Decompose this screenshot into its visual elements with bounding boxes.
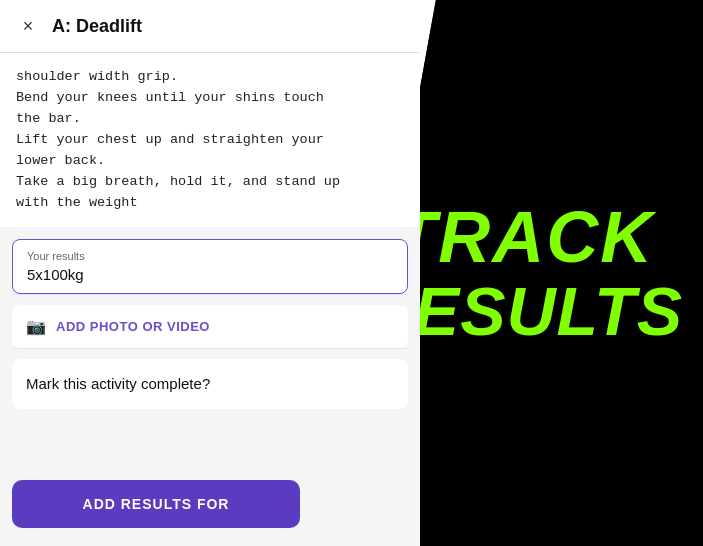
camera-icon: 📷 bbox=[26, 317, 46, 336]
results-label: Your results bbox=[27, 250, 393, 262]
mark-complete-section: Mark this activity complete? bbox=[12, 359, 408, 409]
divider-1 bbox=[12, 294, 408, 295]
divider-2 bbox=[12, 348, 408, 349]
instructions-content: shoulder width grip. Bend your knees unt… bbox=[16, 69, 340, 210]
add-results-button[interactable]: ADD RESULTS FOR bbox=[12, 480, 300, 528]
instructions-text: shoulder width grip. Bend your knees unt… bbox=[0, 53, 420, 227]
close-button[interactable]: × bbox=[16, 14, 40, 38]
add-photo-label: ADD PHOTO OR VIDEO bbox=[56, 319, 210, 334]
mark-complete-text: Mark this activity complete? bbox=[26, 375, 210, 392]
header: × A: Deadlift bbox=[0, 0, 420, 53]
phone-ui: × A: Deadlift shoulder width grip. Bend … bbox=[0, 0, 420, 546]
results-value: 5x100kg bbox=[27, 266, 393, 283]
header-title: A: Deadlift bbox=[52, 16, 142, 37]
results-input-section[interactable]: Your results 5x100kg bbox=[12, 239, 408, 294]
add-photo-button[interactable]: 📷 ADD PHOTO OR VIDEO bbox=[12, 305, 408, 348]
